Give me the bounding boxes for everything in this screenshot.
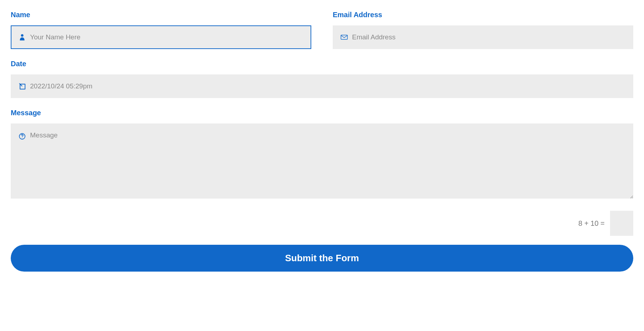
email-label: Email Address [333,11,633,19]
form-group-message: Message [11,109,633,200]
question-circle-icon [19,133,26,140]
captcha-row: 8 + 10 = [11,211,633,236]
captcha-input[interactable] [610,211,633,236]
date-input[interactable] [11,74,633,98]
svg-point-0 [21,34,24,37]
svg-rect-1 [341,35,347,39]
message-label: Message [11,109,633,117]
captcha-question: 8 + 10 = [579,219,605,228]
email-input-wrapper [333,25,633,49]
email-icon [341,34,348,41]
date-input-wrapper [11,74,633,98]
svg-point-4 [22,137,23,138]
name-input[interactable] [11,25,311,49]
submit-button[interactable]: Submit the Form [11,245,633,272]
form-group-date: Date [11,60,633,98]
user-icon [19,34,26,41]
date-label: Date [11,60,633,68]
email-input[interactable] [333,25,633,49]
contact-form: Name Email Address [11,11,633,272]
form-group-email: Email Address [333,11,633,49]
message-textarea[interactable] [11,123,633,199]
message-input-wrapper [11,123,633,200]
form-row-1: Name Email Address [11,11,633,49]
name-input-wrapper [11,25,311,49]
form-group-name: Name [11,11,311,49]
arrow-down-right-icon [19,83,26,90]
name-label: Name [11,11,311,19]
